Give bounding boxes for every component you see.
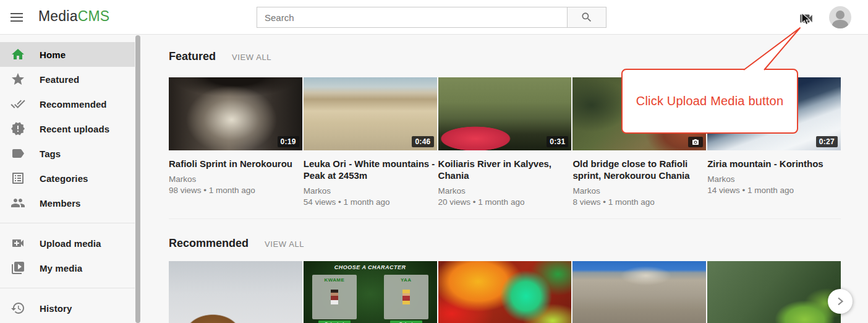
media-title[interactable]: Rafioli Sprint in Nerokourou — [169, 158, 302, 170]
sidebar-item-label: Upload media — [40, 238, 101, 249]
section-divider — [169, 218, 841, 219]
duration-badge: 0:19 — [278, 136, 299, 147]
recommended-section-title: Recommended — [169, 237, 249, 250]
video-thumbnail[interactable]: CHOOSE A CHARACTER KWAME YAA Selected Se… — [304, 261, 437, 323]
duration-badge: 0:31 — [547, 136, 568, 147]
sidebar-item-label: My media — [40, 263, 82, 273]
character-sprite — [331, 290, 338, 304]
sidebar-item-label: Tags — [40, 149, 61, 159]
video-thumbnail[interactable]: 0:19 — [169, 77, 302, 150]
star-icon — [11, 72, 25, 87]
media-meta: 8 views • 1 month ago — [572, 197, 706, 208]
logo-media-text: Media — [38, 8, 78, 24]
media-card[interactable] — [707, 261, 841, 323]
media-author[interactable]: Markos — [438, 186, 572, 197]
character-panel: KWAME — [312, 275, 357, 319]
media-title[interactable]: Ziria mountain - Korinthos — [707, 158, 841, 170]
tag-icon — [11, 146, 25, 161]
sidebar-item-label: Categories — [40, 173, 88, 184]
sidebar-item-label: Recommended — [40, 99, 107, 110]
sidebar-item-label: Home — [40, 50, 66, 60]
camera-icon — [691, 139, 700, 146]
logo-cms-text: CMS — [78, 8, 110, 24]
media-meta: 20 views • 1 month ago — [438, 197, 572, 208]
video-thumbnail[interactable]: 0:46 — [304, 77, 437, 150]
media-author[interactable]: Markos — [707, 174, 841, 185]
video-library-icon — [11, 261, 25, 275]
media-title[interactable]: Old bridge close to Rafioli sprint, Nero… — [572, 158, 706, 181]
character-name: KWAME — [312, 277, 357, 283]
sidebar-item-recent-uploads[interactable]: Recent uploads — [0, 116, 135, 141]
carousel-next-button[interactable] — [828, 289, 853, 314]
sidebar-item-my-media[interactable]: My media — [0, 256, 135, 280]
user-avatar[interactable] — [829, 6, 851, 28]
duration-badge: 0:46 — [412, 136, 433, 147]
new-releases-icon — [11, 121, 25, 136]
sidebar: Home Featured Recommended Recent uploads… — [0, 35, 135, 323]
search-icon — [581, 11, 593, 24]
sidebar-item-tags[interactable]: Tags — [0, 141, 135, 166]
person-icon — [829, 6, 851, 28]
media-meta: 54 views • 1 month ago — [304, 197, 437, 208]
video-thumbnail[interactable] — [572, 261, 706, 323]
media-meta: 98 views • 1 month ago — [169, 185, 302, 196]
media-author[interactable]: Markos — [572, 186, 706, 197]
character-panel: YAA — [384, 275, 428, 319]
sidebar-item-featured[interactable]: Featured — [0, 67, 135, 92]
media-card[interactable]: 0:46 Leuka Ori - White mountains - Peak … — [304, 77, 437, 200]
top-bar: MediaCMS — [0, 0, 868, 35]
sidebar-item-label: History — [40, 303, 72, 314]
search-button[interactable] — [568, 7, 606, 28]
sidebar-item-upload-media[interactable]: Upload media — [0, 231, 135, 256]
recommended-card-row: CHOOSE A CHARACTER KWAME YAA Selected Se… — [169, 261, 841, 323]
sidebar-scrollbar[interactable] — [135, 35, 140, 323]
thumbnail-caption: CHOOSE A CHARACTER — [304, 264, 437, 270]
featured-section-title: Featured — [169, 50, 216, 63]
media-author[interactable]: Markos — [304, 186, 437, 197]
character-sprite — [402, 290, 410, 304]
video-thumbnail[interactable] — [169, 261, 302, 323]
media-card[interactable]: CHOOSE A CHARACTER KWAME YAA Selected Se… — [304, 261, 437, 323]
media-card[interactable] — [438, 261, 572, 323]
history-icon — [11, 301, 25, 316]
selected-button-label: Selected — [318, 321, 351, 323]
select-button-label: Select — [390, 321, 422, 323]
sidebar-item-categories[interactable]: Categories — [0, 166, 135, 191]
recommended-view-all-link[interactable]: VIEW ALL — [265, 239, 304, 249]
video-thumbnail[interactable] — [707, 261, 841, 323]
media-card[interactable]: 0:19 Rafioli Sprint in Nerokourou Markos… — [169, 77, 302, 200]
media-card[interactable]: 0:31 Koiliaris River in Kalyves, Chania … — [438, 77, 572, 200]
media-author[interactable]: Markos — [169, 174, 302, 185]
done-all-icon — [11, 97, 25, 111]
duration-badge: 0:27 — [816, 136, 838, 147]
annotation-text: Click Upload Media button — [636, 94, 783, 108]
media-title[interactable]: Leuka Ori - White mountains - Peak at 24… — [304, 158, 437, 181]
app-logo[interactable]: MediaCMS — [38, 8, 109, 25]
menu-icon[interactable] — [9, 11, 24, 24]
video-call-icon — [798, 11, 814, 27]
chevron-right-icon — [836, 297, 845, 306]
media-card[interactable] — [169, 261, 302, 323]
sidebar-item-label: Featured — [40, 74, 79, 85]
character-name: YAA — [384, 277, 428, 283]
media-meta: 14 views • 1 month ago — [707, 185, 841, 196]
video-thumbnail[interactable] — [438, 261, 572, 323]
sidebar-item-members[interactable]: Members — [0, 191, 135, 215]
home-icon — [11, 47, 25, 62]
annotation-callout: Click Upload Media button — [621, 69, 798, 134]
video-call-icon — [11, 236, 25, 251]
media-title[interactable]: Koiliaris River in Kalyves, Chania — [438, 158, 572, 181]
sidebar-item-home[interactable]: Home — [0, 42, 135, 67]
image-type-badge — [688, 137, 703, 147]
members-icon — [11, 196, 25, 210]
upload-media-button[interactable] — [798, 11, 814, 27]
featured-view-all-link[interactable]: VIEW ALL — [232, 53, 271, 62]
sidebar-item-recommended[interactable]: Recommended — [0, 92, 135, 116]
search-bar — [257, 7, 606, 28]
sidebar-item-history[interactable]: History — [0, 296, 135, 321]
sidebar-item-label: Recent uploads — [40, 124, 109, 134]
sidebar-item-label: Members — [40, 198, 81, 209]
media-card[interactable] — [572, 261, 706, 323]
search-input[interactable] — [257, 7, 568, 28]
video-thumbnail[interactable]: 0:31 — [438, 77, 572, 150]
